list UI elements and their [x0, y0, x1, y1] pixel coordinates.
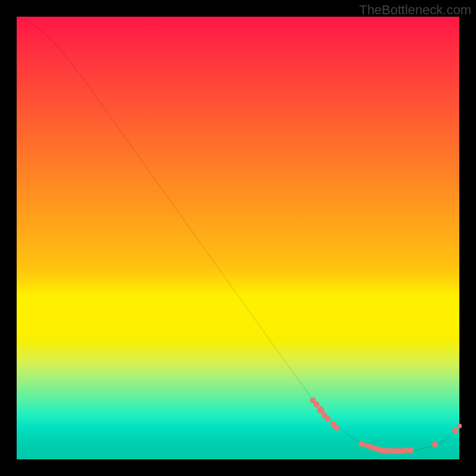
data-point: [457, 424, 462, 428]
chart-area: [17, 17, 459, 459]
data-point: [408, 447, 414, 453]
data-point: [432, 441, 438, 447]
attribution-text: TheBottleneck.com: [359, 2, 471, 18]
data-point: [334, 425, 340, 431]
data-point: [452, 428, 458, 434]
data-point: [325, 416, 331, 422]
bottleneck-curve: [17, 17, 459, 459]
